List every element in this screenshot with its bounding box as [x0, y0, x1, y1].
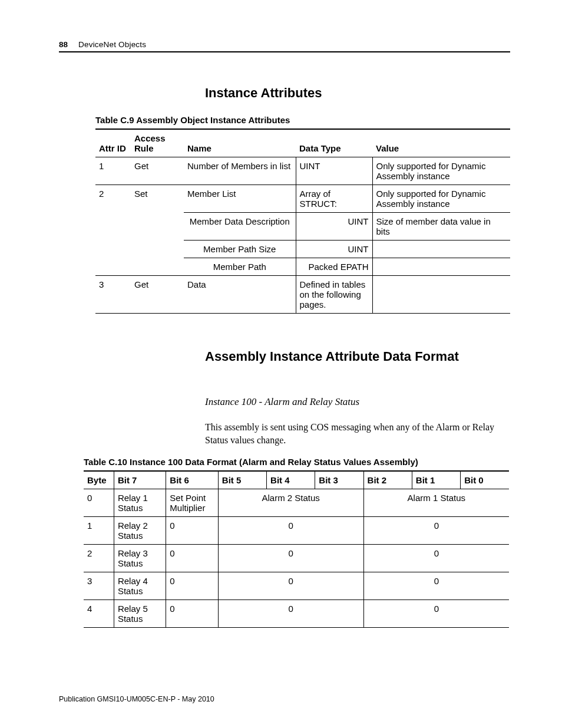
body-text: This assembly is sent using COS messagin… [205, 421, 510, 446]
cell-byte: 4 [84, 600, 114, 628]
cell-group1: 0 [218, 517, 363, 545]
cell-alarm2: Alarm 2 Status [218, 489, 363, 517]
cell-access-rule: Get [131, 276, 184, 314]
page-number: 88 [59, 40, 68, 49]
th-bit7: Bit 7 [114, 471, 166, 489]
cell-bit6: 0 [166, 545, 218, 572]
table-row: 2 Relay 3 Status 0 0 0 [84, 545, 509, 572]
page: 88 DeviceNet Objects Instance Attributes… [0, 0, 562, 728]
table-c10: Byte Bit 7 Bit 6 Bit 5 Bit 4 Bit 3 Bit 2… [84, 470, 509, 628]
footer-publication: Publication GMSI10-UM005C-EN-P - May 201… [59, 695, 214, 703]
cell-attr-id: 1 [95, 157, 131, 185]
th-value: Value [372, 129, 510, 157]
cell-value [372, 241, 510, 258]
th-bit6: Bit 6 [166, 471, 218, 489]
cell-alarm1: Alarm 1 Status [363, 489, 509, 517]
cell-bit7: Relay 3 Status [114, 545, 166, 572]
table-c9-block: Table C.9 Assembly Object Instance Attri… [95, 115, 510, 314]
table-row: 1 Get Number of Members in list UINT Onl… [95, 157, 510, 185]
cell-group2: 0 [363, 517, 509, 545]
table-c9: Attr ID Access Rule Name Data Type Value… [95, 129, 510, 314]
th-name: Name [184, 129, 296, 157]
th-bit4: Bit 4 [267, 471, 315, 489]
chapter-title: DeviceNet Objects [78, 40, 146, 49]
cell-attr-id: 3 [95, 276, 131, 314]
cell-value: Only supported for Dynamic Assembly inst… [372, 185, 510, 213]
cell-bit7: Relay 2 Status [114, 517, 166, 545]
cell-byte: 0 [84, 489, 114, 517]
th-bit2: Bit 2 [363, 471, 412, 489]
cell-bit7: Relay 1 Status [114, 489, 166, 517]
cell-group2: 0 [363, 572, 509, 600]
cell-name: Member Data Description [184, 213, 296, 241]
cell-value [372, 258, 510, 276]
cell-name: Number of Members in list [184, 157, 296, 185]
cell-bit6: Set Point Multiplier [166, 489, 218, 517]
table-c10-header-row: Byte Bit 7 Bit 6 Bit 5 Bit 4 Bit 3 Bit 2… [84, 471, 509, 489]
table-c10-block: Table C.10 Instance 100 Data Format (Ala… [84, 457, 509, 628]
cell-bit6: 0 [166, 517, 218, 545]
table-row: 2 Set Member List Array of STRUCT: Only … [95, 185, 510, 213]
table-row: 1 Relay 2 Status 0 0 0 [84, 517, 509, 545]
cell-group1: 0 [218, 600, 363, 628]
cell-access-rule: Set [131, 185, 184, 276]
cell-data-type: Array of STRUCT: [296, 185, 372, 213]
heading-instance-attributes: Instance Attributes [205, 85, 510, 101]
table-row: 3 Relay 4 Status 0 0 0 [84, 572, 509, 600]
cell-bit6: 0 [166, 600, 218, 628]
cell-data-type: Defined in tables on the following pages… [296, 276, 372, 314]
cell-byte: 3 [84, 572, 114, 600]
cell-bit7: Relay 4 Status [114, 572, 166, 600]
heading-assembly-format: Assembly Instance Attribute Data Format [205, 349, 510, 364]
cell-access-rule: Get [131, 157, 184, 185]
table-row: 0 Relay 1 Status Set Point Multiplier Al… [84, 489, 509, 517]
th-data-type: Data Type [296, 129, 372, 157]
th-bit3: Bit 3 [315, 471, 363, 489]
cell-group2: 0 [363, 545, 509, 572]
th-attr-id: Attr ID [95, 129, 131, 157]
th-bit0: Bit 0 [461, 471, 509, 489]
section-instance-attributes-heading-wrap: Instance Attributes [205, 85, 510, 101]
cell-group2: 0 [363, 600, 509, 628]
subheading-instance-100: Instance 100 - Alarm and Relay Status [205, 396, 510, 408]
cell-name: Data [184, 276, 296, 314]
cell-data-type: UINT [296, 213, 372, 241]
cell-value: Size of member data value in bits [372, 213, 510, 241]
cell-name: Member Path [184, 258, 296, 276]
th-bit1: Bit 1 [412, 471, 460, 489]
cell-bit7: Relay 5 Status [114, 600, 166, 628]
section-assembly-format: Assembly Instance Attribute Data Format … [205, 349, 510, 446]
table-row: 4 Relay 5 Status 0 0 0 [84, 600, 509, 628]
th-byte: Byte [84, 471, 114, 489]
cell-bit6: 0 [166, 572, 218, 600]
cell-data-type: UINT [296, 157, 372, 185]
table-c10-caption: Table C.10 Instance 100 Data Format (Ala… [84, 457, 509, 467]
cell-group1: 0 [218, 572, 363, 600]
table-row: 3 Get Data Defined in tables on the foll… [95, 276, 510, 314]
cell-name: Member Path Size [184, 241, 296, 258]
cell-byte: 1 [84, 517, 114, 545]
th-bit5: Bit 5 [218, 471, 266, 489]
cell-value: Only supported for Dynamic Assembly inst… [372, 157, 510, 185]
cell-data-type: Packed EPATH [296, 258, 372, 276]
cell-attr-id: 2 [95, 185, 131, 276]
cell-name: Member List [184, 185, 296, 213]
cell-value [372, 276, 510, 314]
cell-group1: 0 [218, 545, 363, 572]
cell-byte: 2 [84, 545, 114, 572]
running-header: 88 DeviceNet Objects [59, 40, 510, 49]
table-c9-caption: Table C.9 Assembly Object Instance Attri… [95, 115, 510, 125]
th-access-rule: Access Rule [131, 129, 184, 157]
cell-data-type: UINT [296, 241, 372, 258]
table-c9-header-row: Attr ID Access Rule Name Data Type Value [95, 129, 510, 157]
